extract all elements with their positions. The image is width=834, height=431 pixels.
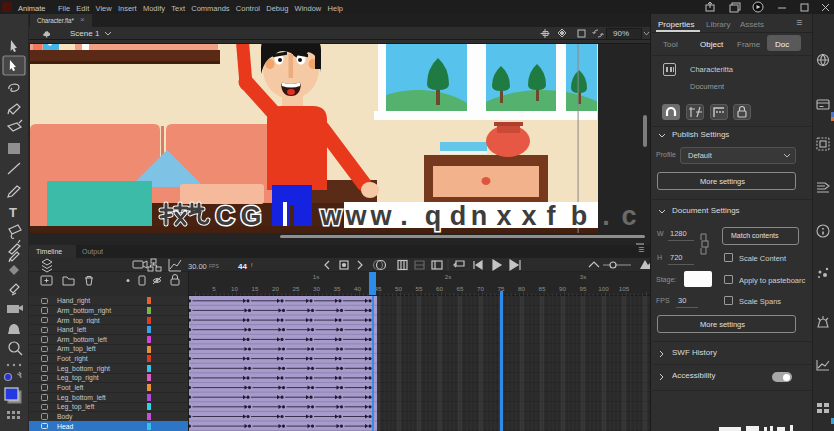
svg-text:.: . [602, 201, 610, 231]
svg-text:90: 90 [559, 285, 566, 292]
svg-text:70: 70 [477, 285, 484, 292]
svg-text:FPS: FPS [209, 263, 219, 269]
svg-text:10: 10 [231, 285, 238, 292]
svg-text:65: 65 [457, 285, 464, 292]
svg-text:n: n [471, 201, 488, 231]
svg-text:x: x [496, 201, 511, 231]
svg-text:80: 80 [518, 285, 525, 292]
svg-text:35: 35 [334, 285, 341, 292]
svg-text:2s: 2s [445, 273, 452, 280]
svg-text:30.00: 30.00 [188, 262, 207, 271]
svg-text:f: f [251, 262, 253, 268]
svg-text:G: G [240, 201, 261, 231]
svg-text:b: b [571, 201, 588, 231]
svg-text:30: 30 [313, 285, 320, 292]
svg-text:25: 25 [293, 285, 300, 292]
svg-text:w: w [369, 201, 392, 231]
svg-text:40: 40 [354, 285, 361, 292]
svg-text:44: 44 [238, 262, 247, 271]
svg-text:w: w [319, 201, 342, 231]
svg-text:f: f [547, 201, 557, 231]
svg-text:100: 100 [598, 285, 609, 292]
svg-text:60: 60 [436, 285, 443, 292]
svg-text:.: . [400, 201, 408, 231]
svg-text:c: c [621, 201, 636, 231]
svg-text:d: d [450, 201, 467, 231]
svg-text:50: 50 [395, 285, 402, 292]
svg-text:15: 15 [252, 285, 259, 292]
svg-text:55: 55 [416, 285, 423, 292]
svg-text:x: x [521, 201, 536, 231]
svg-text:C: C [215, 201, 235, 231]
svg-text:q: q [425, 201, 442, 231]
svg-text:5: 5 [212, 285, 216, 292]
svg-text:85: 85 [539, 285, 546, 292]
svg-text:T: T [9, 205, 17, 220]
svg-text:1s: 1s [313, 273, 320, 280]
svg-text:95: 95 [580, 285, 587, 292]
svg-text:3s: 3s [580, 273, 587, 280]
svg-text:w: w [344, 201, 367, 231]
svg-text:20: 20 [272, 285, 279, 292]
svg-text:105: 105 [619, 285, 630, 292]
